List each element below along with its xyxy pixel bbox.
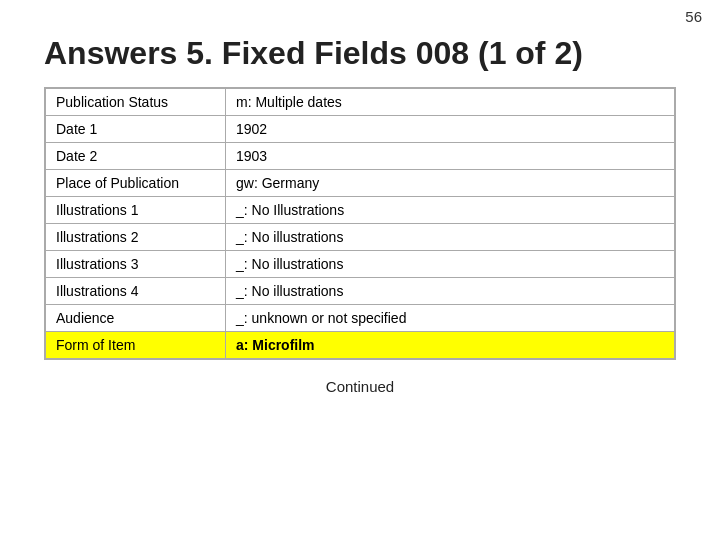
field-label: Illustrations 2 [46,224,226,251]
field-value: _: No illustrations [226,224,675,251]
page-title: Answers 5. Fixed Fields 008 (1 of 2) [44,36,720,71]
field-label: Illustrations 1 [46,197,226,224]
page-number: 56 [685,8,702,25]
table-row: Publication Statusm: Multiple dates [46,89,675,116]
field-label: Audience [46,305,226,332]
field-label: Illustrations 4 [46,278,226,305]
field-label: Date 1 [46,116,226,143]
table-row: Illustrations 2_: No illustrations [46,224,675,251]
field-label: Publication Status [46,89,226,116]
field-value: _: No illustrations [226,251,675,278]
data-table: Publication Statusm: Multiple datesDate … [44,87,676,360]
table-row: Illustrations 3_: No illustrations [46,251,675,278]
field-value: _: unknown or not specified [226,305,675,332]
table-row: Audience_: unknown or not specified [46,305,675,332]
field-label: Date 2 [46,143,226,170]
table-row: Date 21903 [46,143,675,170]
continued-label: Continued [0,378,720,395]
field-label: Form of Item [46,332,226,359]
field-value: _: No Illustrations [226,197,675,224]
table-row: Illustrations 1_: No Illustrations [46,197,675,224]
field-label: Illustrations 3 [46,251,226,278]
field-value: gw: Germany [226,170,675,197]
field-label: Place of Publication [46,170,226,197]
field-value: 1902 [226,116,675,143]
table-row: Illustrations 4_: No illustrations [46,278,675,305]
field-value: m: Multiple dates [226,89,675,116]
field-value: 1903 [226,143,675,170]
table-row: Form of Itema: Microfilm [46,332,675,359]
table-row: Place of Publicationgw: Germany [46,170,675,197]
table-row: Date 11902 [46,116,675,143]
field-value: _: No illustrations [226,278,675,305]
field-value: a: Microfilm [226,332,675,359]
